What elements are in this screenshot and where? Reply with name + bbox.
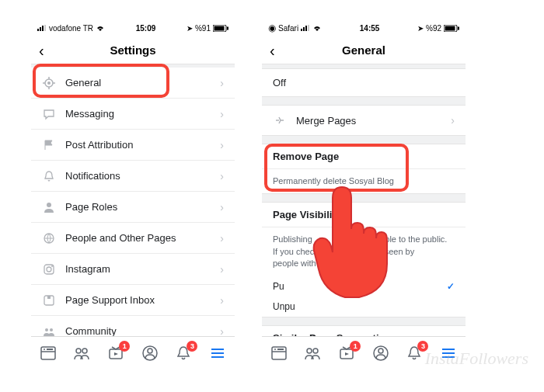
person-icon bbox=[42, 200, 56, 214]
settings-row-notifications[interactable]: Notifications › bbox=[31, 161, 235, 192]
svg-point-17 bbox=[50, 328, 53, 331]
navbar: ‹ General bbox=[262, 36, 466, 64]
row-label: Community bbox=[65, 325, 220, 336]
wifi-icon bbox=[96, 25, 105, 32]
tab-bar: 1 3 bbox=[31, 336, 235, 369]
svg-point-22 bbox=[76, 349, 81, 353]
svg-rect-15 bbox=[47, 296, 51, 299]
tab-watch[interactable]: 1 bbox=[105, 342, 127, 364]
tab-notifications[interactable]: 3 bbox=[173, 342, 194, 364]
svg-point-16 bbox=[45, 328, 48, 331]
svg-point-41 bbox=[307, 349, 312, 353]
clock-label: 14:55 bbox=[360, 24, 380, 33]
tab-profile[interactable] bbox=[139, 342, 161, 364]
chevron-right-icon: › bbox=[220, 77, 224, 89]
svg-rect-0 bbox=[37, 29, 39, 31]
visibility-body: Publishing akes it visible to the public… bbox=[262, 227, 466, 276]
similar-page-section[interactable]: Similar Page Suggestions bbox=[262, 325, 466, 336]
location-icon: ➤ bbox=[187, 24, 193, 33]
row-label: Merge Pages bbox=[296, 115, 451, 127]
back-button[interactable]: ‹ bbox=[39, 43, 44, 58]
svg-rect-35 bbox=[445, 26, 455, 30]
tab-notifications[interactable]: 3 bbox=[403, 342, 425, 364]
svg-point-23 bbox=[82, 349, 87, 353]
svg-rect-31 bbox=[303, 27, 305, 31]
svg-rect-21 bbox=[47, 349, 53, 350]
svg-point-42 bbox=[313, 349, 318, 353]
flag-icon bbox=[42, 138, 56, 152]
tab-feed[interactable] bbox=[268, 342, 290, 364]
svg-point-26 bbox=[148, 349, 152, 353]
badge: 1 bbox=[119, 341, 130, 352]
row-label: Page Roles bbox=[65, 201, 220, 213]
bell-icon bbox=[42, 169, 56, 183]
settings-row-page-roles[interactable]: Page Roles › bbox=[31, 192, 235, 223]
chevron-right-icon: › bbox=[220, 263, 224, 276]
merge-icon bbox=[273, 113, 287, 127]
tab-profile[interactable] bbox=[370, 342, 392, 364]
gear-icon bbox=[42, 76, 56, 90]
phone-left: vodafone TR 15:09 ➤ %91 ‹ Settings bbox=[31, 19, 235, 369]
chevron-right-icon: › bbox=[220, 108, 224, 120]
toggle-off[interactable]: Off bbox=[262, 68, 466, 97]
svg-rect-36 bbox=[458, 26, 459, 29]
tab-friends[interactable] bbox=[71, 342, 92, 364]
settings-row-post-attribution[interactable]: Post Attribution › bbox=[31, 130, 235, 161]
page-title: General bbox=[342, 43, 385, 57]
row-label: Page Support Inbox bbox=[65, 294, 220, 306]
remove-page-subtitle: Permanently delete Sosyal Blog bbox=[262, 169, 466, 193]
svg-rect-40 bbox=[277, 349, 284, 350]
carrier-label: vodafone TR bbox=[49, 24, 93, 33]
chevron-right-icon: › bbox=[220, 294, 224, 307]
svg-rect-30 bbox=[301, 29, 302, 31]
svg-point-39 bbox=[274, 349, 276, 350]
tab-friends[interactable] bbox=[302, 342, 323, 364]
battery-icon bbox=[444, 25, 459, 32]
settings-row-community[interactable]: Community › bbox=[31, 316, 235, 336]
status-bar: ◉ Safari 14:55 ➤ %92 bbox=[262, 19, 466, 36]
chat-icon bbox=[42, 107, 56, 121]
check-icon: ✓ bbox=[447, 281, 455, 292]
option-published[interactable]: Pu ✓ bbox=[262, 276, 466, 297]
svg-point-8 bbox=[47, 82, 51, 85]
row-label: People and Other Pages bbox=[65, 232, 220, 244]
tab-feed[interactable] bbox=[37, 342, 59, 364]
settings-row-general[interactable]: General › bbox=[31, 68, 235, 99]
chevron-right-icon: › bbox=[220, 201, 224, 213]
tab-watch[interactable]: 1 bbox=[336, 342, 357, 364]
back-button[interactable]: ‹ bbox=[270, 43, 275, 58]
svg-rect-1 bbox=[40, 27, 41, 31]
row-label: General bbox=[65, 77, 220, 88]
remove-page-title: Remove Page bbox=[262, 144, 466, 169]
inbox-icon bbox=[42, 293, 56, 307]
svg-point-12 bbox=[47, 267, 51, 272]
svg-point-45 bbox=[378, 349, 383, 353]
battery-label: %91 bbox=[195, 24, 211, 33]
row-label: Post Attribution bbox=[65, 139, 220, 151]
settings-row-support-inbox[interactable]: Page Support Inbox › bbox=[31, 285, 235, 316]
svg-rect-2 bbox=[42, 26, 44, 31]
location-icon: ➤ bbox=[417, 24, 424, 33]
option-unpublished[interactable]: Unpu bbox=[262, 297, 466, 317]
tab-menu[interactable] bbox=[207, 342, 228, 364]
signal-icon bbox=[301, 25, 310, 31]
page-visibility-section: Page Visibility Publishing akes it visib… bbox=[262, 202, 466, 317]
merge-pages-row[interactable]: Merge Pages › bbox=[262, 105, 466, 136]
community-icon bbox=[42, 324, 56, 337]
svg-point-9 bbox=[47, 203, 51, 207]
chevron-right-icon: › bbox=[220, 170, 224, 182]
chevron-right-icon: › bbox=[451, 114, 455, 127]
status-bar: vodafone TR 15:09 ➤ %91 bbox=[31, 19, 235, 36]
badge: 3 bbox=[187, 341, 197, 352]
navbar: ‹ Settings bbox=[31, 36, 235, 64]
clock-label: 15:09 bbox=[136, 24, 156, 33]
remove-page-section[interactable]: Remove Page Permanently delete Sosyal Bl… bbox=[262, 144, 466, 194]
settings-row-people-pages[interactable]: People and Other Pages › bbox=[31, 223, 235, 254]
settings-row-messaging[interactable]: Messaging › bbox=[31, 99, 235, 130]
wifi-icon bbox=[312, 25, 322, 32]
battery-icon bbox=[213, 25, 228, 32]
svg-rect-33 bbox=[308, 25, 309, 31]
settings-row-instagram[interactable]: Instagram › bbox=[31, 254, 235, 285]
page-title: Settings bbox=[110, 43, 155, 57]
carrier-label: Safari bbox=[278, 24, 298, 33]
